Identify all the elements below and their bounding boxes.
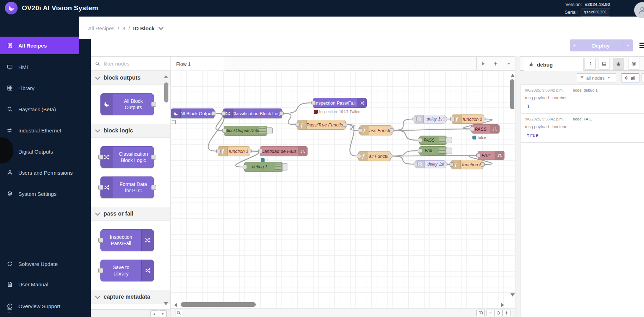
debug-toggle-button[interactable] <box>446 148 452 154</box>
sidebar-item-all-recipes[interactable]: All Recipes <box>0 37 79 54</box>
output-port[interactable] <box>247 149 252 153</box>
input-port[interactable] <box>357 154 361 158</box>
breadcrumb-root[interactable]: All Recipes <box>88 25 114 31</box>
sidebar-item-haystack-beta[interactable]: Haystack (Beta) <box>0 103 79 116</box>
palette-category-block-logic[interactable]: block logic <box>91 124 170 138</box>
message-value[interactable]: 1 <box>527 104 641 109</box>
tab-flow-1[interactable]: Flow 1 <box>171 57 224 71</box>
flow-node-dbg1[interactable]: debug 1 <box>244 162 283 172</box>
add-flow-icon[interactable] <box>493 61 498 66</box>
help-button[interactable] <box>599 58 610 70</box>
flow-node-ipf[interactable]: Inspection Pass/Fail <box>313 98 367 108</box>
flow-node-abo[interactable]: All Block Outputs <box>171 108 215 118</box>
minimap-button[interactable] <box>476 310 485 316</box>
flow-node-failR[interactable]: FAIL <box>478 151 504 160</box>
palette-node-all-block-outputs[interactable]: All BlockOutputs <box>100 93 154 115</box>
output-port[interactable] <box>388 154 392 158</box>
user-avatar[interactable] <box>634 2 644 18</box>
chevron-down-icon[interactable] <box>159 25 163 30</box>
input-port[interactable] <box>358 128 362 132</box>
debug-message[interactable]: 9/6/2025, 9:56:42 p.m.node: debug 1msg.p… <box>521 85 644 114</box>
output-port[interactable] <box>212 111 216 116</box>
input-port[interactable] <box>258 149 262 153</box>
canvas-search-button[interactable] <box>175 310 182 316</box>
input-port[interactable] <box>414 162 418 166</box>
input-port[interactable] <box>476 153 481 157</box>
debug-clear-button[interactable]: all <box>621 73 639 82</box>
input-port[interactable] <box>216 149 221 153</box>
debug-settings-button[interactable] <box>628 58 639 70</box>
output-port[interactable] <box>279 111 284 116</box>
palette-category-block-outputs[interactable]: block outputs <box>91 71 170 85</box>
sidebar-item-system-settings[interactable]: System Settings <box>0 187 79 200</box>
zoom-reset-button[interactable] <box>494 310 502 316</box>
flow-list-caret-icon[interactable] <box>506 61 511 66</box>
flow-node-pf[interactable]: fPass Function <box>359 125 392 135</box>
flow-node-passR[interactable]: PASS <box>471 124 500 133</box>
input-port[interactable] <box>418 149 422 153</box>
debug-message[interactable]: 9/6/2025, 9:56:42 p.m.node: FAILmsg.payl… <box>521 114 644 143</box>
palette-scroll-up-icon[interactable] <box>164 75 168 78</box>
message-value[interactable]: true <box>527 132 641 138</box>
output-port[interactable] <box>343 123 347 127</box>
input-port[interactable] <box>413 117 417 121</box>
input-port[interactable] <box>470 127 474 131</box>
sidebar-item-industrial-ethernet[interactable]: Industrial Ethernet <box>0 124 79 137</box>
output-port[interactable] <box>151 102 156 107</box>
flow-node-ff[interactable]: fFail Function <box>358 151 391 161</box>
output-port[interactable] <box>481 162 485 167</box>
sidebar-item-users-and-permissions[interactable]: Users and Permissions <box>0 166 79 179</box>
editor-menu-icon[interactable] <box>638 41 644 51</box>
palette-node-classification-block-logic[interactable]: ClassificationBlock Logic <box>100 146 154 168</box>
palette-node-save-to-library[interactable]: Save toLibrary <box>100 260 154 281</box>
input-port[interactable] <box>98 155 103 160</box>
output-port[interactable] <box>151 155 156 160</box>
input-port[interactable] <box>222 129 227 133</box>
output-port[interactable] <box>390 128 394 132</box>
panel-resize-gutter[interactable] <box>515 56 520 317</box>
sidebar-item-software-update[interactable]: Software Update <box>0 257 79 270</box>
debug-toggle-button[interactable] <box>446 137 452 143</box>
palette-category-pass-or-fail[interactable]: pass or fail <box>91 207 170 221</box>
message-property[interactable]: msg.payload : boolean <box>525 124 641 129</box>
input-port[interactable] <box>450 117 454 121</box>
flow-node-fn5[interactable]: ffunction 5 <box>452 114 484 124</box>
input-port[interactable] <box>222 111 226 116</box>
sidebar-item-user-manual[interactable]: User Manual <box>0 278 79 291</box>
breadcrumb-current[interactable]: IO Block <box>133 25 155 31</box>
output-port[interactable] <box>443 162 447 166</box>
input-port[interactable] <box>418 138 422 142</box>
message-property[interactable]: msg.payload : number <box>525 95 641 100</box>
flow-node-fn1[interactable]: ffunction 1 <box>218 146 250 156</box>
flow-node-passG[interactable]: PASS <box>419 136 447 145</box>
collapse-categories-button[interactable]: ▼ <box>159 310 167 317</box>
input-port[interactable] <box>311 101 316 105</box>
expand-categories-button[interactable]: ▲ <box>150 310 158 317</box>
deploy-button[interactable]: Deploy <box>570 39 633 51</box>
next-flow-icon[interactable] <box>481 61 485 66</box>
debug-toggle-button[interactable] <box>282 163 288 170</box>
sidebar-menu-toggle[interactable] <box>0 304 79 316</box>
flow-node-fn6[interactable]: ffunction 6 <box>451 160 483 169</box>
flow-node-cbl[interactable]: Classification Block Logic <box>223 108 282 118</box>
filter-nodes-input[interactable] <box>103 60 161 67</box>
zoom-out-button[interactable] <box>486 310 494 316</box>
zoom-in-button[interactable] <box>502 310 510 316</box>
flow-node-failG[interactable]: FAIL <box>419 146 447 155</box>
palette-scrollbar[interactable] <box>164 82 168 102</box>
palette-scroll-down-icon[interactable] <box>164 302 168 305</box>
debug-filter-dropdown[interactable]: all nodes <box>577 73 616 82</box>
output-port[interactable] <box>443 117 447 121</box>
input-port[interactable] <box>450 162 454 167</box>
input-port[interactable] <box>98 268 103 273</box>
palette-node-inspection-pass-fail[interactable]: InspectionPass/Fail <box>100 229 154 251</box>
input-port[interactable] <box>243 165 247 169</box>
breadcrumb-recipe[interactable]: 3 <box>122 25 125 31</box>
sidebar-item-library[interactable]: Library <box>0 82 79 94</box>
palette-category-capture-metadata[interactable]: capture metadata <box>91 290 170 304</box>
output-port[interactable] <box>481 117 485 121</box>
flow-node-cdf[interactable]: Cantidad de Fails <box>260 146 308 156</box>
input-port[interactable] <box>98 238 103 243</box>
input-port[interactable] <box>296 123 300 127</box>
flow-canvas[interactable]: All Block OutputsClassification Block Lo… <box>171 70 515 309</box>
